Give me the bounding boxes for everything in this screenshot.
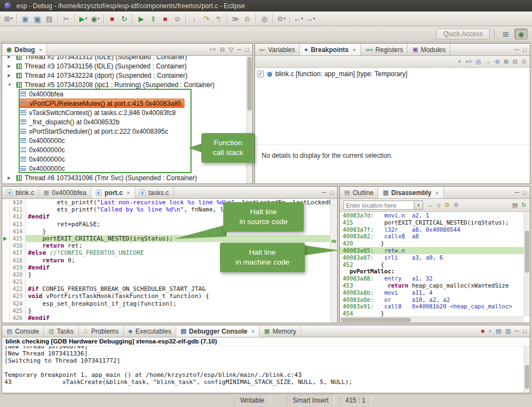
debug-tree[interactable]: ▶Thread #2 1073431312 (IDLE) (Suspended … (2, 56, 246, 184)
stack-frame-row[interactable]: 0x4000bfea (2, 89, 246, 99)
tab-memory[interactable]: ▦Memory (259, 325, 301, 337)
stack-frame-row[interactable]: _frxt_dispatch() at 0x4008532b (2, 117, 246, 127)
disassembly-line[interactable]: 452 { (340, 261, 524, 268)
overview-ruler[interactable] (330, 199, 337, 323)
clear-console-icon[interactable]: ▤ (496, 328, 501, 334)
remove-launch-icon[interactable]: × (488, 328, 491, 334)
thread-row[interactable]: ▼Thread #5 1073410208 (ipc1 : Running) (… (2, 80, 246, 89)
forward-button[interactable]: →▾ (304, 13, 316, 25)
breakpoint-checkbox[interactable]: ✓ (257, 71, 264, 77)
quick-access-button[interactable]: Quick Access (436, 28, 490, 39)
scrollbar[interactable] (524, 212, 530, 317)
tab-problems[interactable]: ⚠Problems (79, 325, 124, 337)
dropdown-arrow-icon[interactable]: ▾ (284, 16, 286, 21)
disassembly-line[interactable]: 40083a87: srli a3, a0, 6 (340, 254, 524, 261)
tab-debug[interactable]: ◉Debug× (2, 44, 47, 55)
thread-row[interactable]: ▶Thread #2 1073431312 (IDLE) (Suspended … (2, 56, 246, 61)
tab-port-c[interactable]: cport.c× (91, 187, 135, 198)
restart-button[interactable]: ↻ (118, 13, 130, 25)
disassembly-line[interactable]: 420 } (340, 240, 524, 247)
navigate-icon[interactable]: → (427, 202, 433, 208)
tab-modules[interactable]: ▣Modules (408, 44, 450, 55)
tab-0x4000bfea[interactable]: ▦0x4000bfea (39, 187, 91, 198)
code-line[interactable]: 415 portEXIT_CRITICAL_NESTED(irqStatus); (2, 235, 330, 242)
collapse-all-icon[interactable]: ⊟ (220, 47, 225, 53)
stack-frame-row[interactable]: vTaskSwitchContext() at tasks.c:2,846 0x… (2, 108, 246, 117)
close-icon[interactable]: × (435, 190, 438, 196)
dropdown-arrow-icon[interactable]: ▾ (301, 16, 303, 21)
chevron-collapsed-icon[interactable]: ▶ (8, 64, 15, 68)
maximize-icon[interactable]: □ (330, 190, 334, 196)
terminate-icon[interactable]: ■ (481, 328, 485, 334)
step-into-button[interactable]: ↓ (188, 13, 200, 25)
run-button[interactable]: ▶▾ (77, 13, 89, 25)
show-breakpoints-for-icon[interactable]: ◎ (476, 59, 482, 65)
tab-blink-c[interactable]: cblink.c (2, 187, 39, 198)
stop-button[interactable]: ■ (106, 13, 118, 25)
new-wizard-button[interactable]: ⊞▾ (2, 13, 14, 25)
tab-registers[interactable]: 1010Registers (361, 44, 408, 55)
options-icon[interactable]: ⚙ (454, 202, 459, 208)
dropdown-arrow-icon[interactable]: ▾ (97, 16, 100, 21)
tab-tasks[interactable]: ▥Tasks (44, 325, 78, 337)
save-button[interactable]: ▣ (19, 13, 31, 25)
link-with-debug-icon[interactable]: ⊙ (522, 59, 527, 65)
console-output[interactable]: [New Thread 1073468744][New Thread 10734… (2, 346, 524, 393)
close-icon[interactable]: × (251, 328, 255, 335)
disassembly-line[interactable]: 40083a7f: l32r a8, 0x40080544 (340, 226, 524, 233)
disassembly-line[interactable]: 40083a8b: movi a11, 4 (340, 289, 524, 296)
minimize-icon[interactable]: ─ (515, 47, 519, 53)
dropdown-arrow-icon[interactable]: ▾ (85, 16, 88, 21)
scrollbar-thumb[interactable] (247, 57, 252, 111)
back-button[interactable]: ←▾ (292, 13, 304, 25)
cut-button[interactable]: ✂ (60, 13, 72, 25)
breakpoint-row[interactable]: ✓ blink.c [function: app_main] [type: Te… (257, 70, 407, 78)
code-line[interactable]: 425} (2, 307, 330, 314)
scrollbar[interactable] (524, 346, 530, 393)
disassembly-line[interactable]: 40083a91: call8 0x40081b20 <heap_caps_ma… (340, 303, 524, 310)
close-icon[interactable]: × (39, 47, 42, 53)
thread-row[interactable]: ▶Thread #4 1073432224 (dport) (Suspended… (2, 71, 246, 80)
debug-button[interactable]: ◉▾ (89, 13, 101, 25)
tab-executables[interactable]: ◈Executables (124, 325, 176, 337)
code-line[interactable]: 424 esp_set_breakpoint_if_jtag(function)… (2, 300, 330, 307)
chevron-collapsed-icon[interactable]: ▶ (8, 176, 15, 180)
disassembly-line[interactable]: 40083a82: callx8 a8 (340, 233, 524, 240)
maximize-icon[interactable]: □ (245, 47, 249, 53)
show-source-icon[interactable]: ⚙ (444, 202, 450, 208)
tab-outline[interactable]: ▤Outline (340, 187, 378, 198)
scrollbar-thumb[interactable] (341, 318, 411, 322)
disassembly-line[interactable]: 415 portEXIT_CRITICAL_NESTED(irqStatus); (340, 219, 524, 226)
disassembly-content[interactable]: 40083a7d: movi.n a2, 1415 portEXIT_CRITI… (340, 212, 524, 317)
disassembly-line[interactable]: 40083a7d: movi.n a2, 1 (340, 212, 524, 219)
external-tools-button[interactable]: ⚙▾ (275, 13, 287, 25)
refresh-icon[interactable]: ↻ (522, 202, 527, 208)
resume-button[interactable]: ▶ (135, 13, 147, 25)
scrollbar-thumb[interactable] (525, 365, 529, 389)
collapse-all-icon[interactable]: ⊟ (513, 59, 518, 65)
open-perspective-button[interactable]: ⊞ (499, 28, 512, 39)
code-line[interactable]: 426#endif (2, 314, 330, 322)
chevron-collapsed-icon[interactable]: ▶ (8, 73, 15, 78)
remove-all-terminated-icon[interactable]: ×× (209, 47, 216, 53)
title-bar[interactable]: esp - Debug - /home/krzysztof/esp/esp-id… (0, 0, 532, 12)
chevron-expanded-icon[interactable]: ▼ (8, 83, 15, 87)
expand-all-icon[interactable]: ⊞ (504, 59, 508, 65)
use-step-filters-button[interactable]: ⊙ (241, 13, 253, 25)
terminate-button[interactable]: ■ (159, 13, 171, 25)
thread-row[interactable]: ▶Thread #6 1073431096 (Tmr Svc) (Suspend… (2, 173, 246, 182)
minimize-icon[interactable]: ─ (238, 47, 242, 53)
location-input[interactable] (343, 200, 414, 210)
tab-variables[interactable]: (x)=Variables (255, 44, 300, 55)
minimize-icon[interactable]: ─ (515, 190, 519, 196)
skip-all-breakpoints-icon[interactable]: ⊘ (495, 59, 500, 65)
scroll-lock-icon[interactable]: ▥ (505, 328, 511, 334)
maximize-icon[interactable]: □ (523, 190, 527, 196)
suspend-button[interactable]: ‖ (147, 13, 159, 25)
home-icon[interactable]: ⌂ (437, 202, 441, 208)
minimize-icon[interactable]: ─ (322, 190, 327, 196)
debug-perspective-button[interactable]: ◉ (514, 28, 528, 39)
save-all-button[interactable]: ▣ (31, 13, 43, 25)
disassembly-line[interactable]: 40083a88: entry a1, 32 (340, 275, 524, 282)
thread-row[interactable]: ▶Thread #3 1073431156 (IDLE) (Suspended … (2, 61, 246, 71)
